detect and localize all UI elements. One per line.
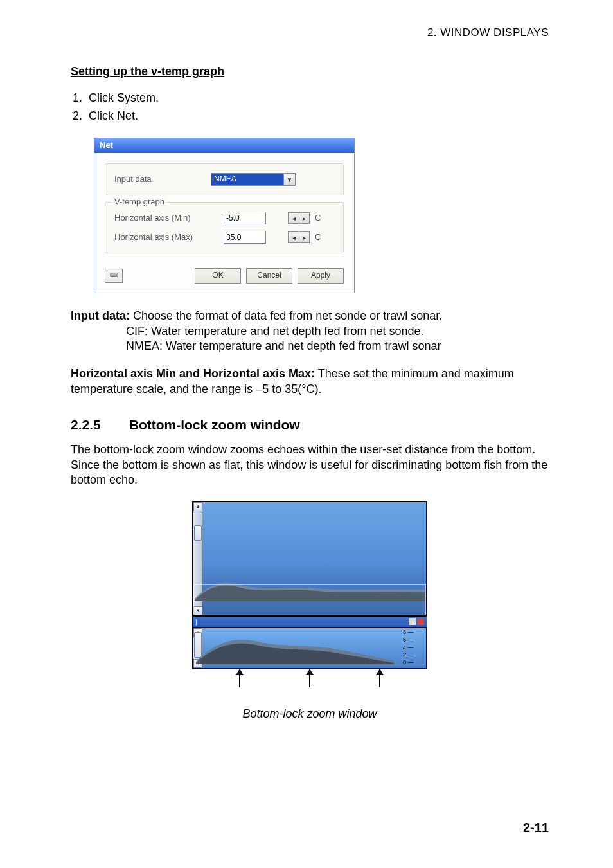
axis-min-label: Horizontal axis (Min) — [114, 213, 224, 224]
input-data-combo[interactable]: NMEA ▼ — [211, 173, 296, 186]
axis-max-spinner[interactable]: ◂ ▸ — [288, 231, 310, 243]
seabed-echo-zoom — [196, 633, 394, 664]
page-number: 2-11 — [523, 819, 549, 836]
unit-label: C — [315, 232, 321, 243]
axis-description: Horizontal axis Min and Horizontal axis … — [71, 366, 549, 397]
list-item: 1. Click System. — [71, 91, 549, 105]
heading-number: 2.2.5 — [71, 416, 101, 433]
step-number: 2. — [71, 109, 82, 123]
figure-caption: Bottom-lock zoom window — [71, 707, 549, 721]
list-item: 2. Click Net. — [71, 109, 549, 123]
main-sonar-view: ▴ ▾ 0 20 40 — [192, 501, 427, 617]
subsection-heading: 2.2.5 Bottom-lock zoom window — [71, 416, 549, 433]
axis-min-spinner[interactable]: ◂ ▸ — [288, 212, 310, 224]
input-data-description: Input data: Choose the format of data fe… — [71, 309, 549, 354]
minimize-icon[interactable] — [409, 618, 416, 625]
zoom-sonar-view: ▴ ▾ 0 2 4 6 8 10 — [192, 627, 427, 669]
vtemp-fieldset: V-temp graph Horizontal axis (Min) ◂ ▸ C… — [105, 202, 344, 253]
window-controls[interactable] — [409, 618, 424, 626]
text: Choose the format of data fed from net s… — [130, 309, 442, 322]
scroll-up-icon[interactable]: ▴ — [193, 502, 202, 511]
arrow-annotations — [192, 669, 427, 687]
close-icon[interactable] — [417, 618, 424, 625]
input-data-label: Input data — [114, 174, 211, 185]
arrow-up-icon — [309, 669, 310, 687]
axis-max-input[interactable] — [224, 231, 266, 244]
tick-label: 6 — [403, 637, 425, 644]
arrow-up-icon — [379, 669, 380, 687]
text: CIF: Water temperature and net depth fed… — [126, 325, 424, 338]
net-dialog: Net Input data NMEA ▼ V-temp graph Horiz… — [94, 138, 355, 293]
dialog-button-row: ⌨ OK Cancel Apply — [94, 261, 354, 293]
arrow-up-icon — [239, 669, 240, 687]
subsection-text: The bottom-lock zoom window zooms echoes… — [71, 442, 549, 487]
zoom-window-titlebar[interactable]: | — [192, 617, 427, 627]
chevron-left-icon[interactable]: ◂ — [289, 213, 299, 223]
step-text: Click Net. — [89, 109, 138, 123]
zoom-depth-scale: 0 2 4 6 8 10 — [403, 629, 425, 667]
cancel-button[interactable]: Cancel — [246, 268, 292, 284]
zoom-title-text: | — [195, 618, 197, 626]
unit-label: C — [315, 213, 321, 224]
dialog-body: Input data NMEA ▼ V-temp graph Horizonta… — [94, 153, 354, 261]
step-text: Click System. — [89, 91, 159, 105]
chevron-left-icon[interactable]: ◂ — [289, 232, 299, 242]
label: Input data: — [71, 309, 130, 322]
combo-value: NMEA — [211, 174, 283, 185]
axis-min-input[interactable] — [224, 212, 266, 224]
text: NMEA: Water temperature and net depth fe… — [126, 339, 441, 352]
tick-label: 2 — [403, 651, 425, 659]
label: Horizontal axis Min and Horizontal axis … — [71, 367, 315, 380]
axis-max-label: Horizontal axis (Max) — [114, 232, 224, 243]
heading-title: Bottom-lock zoom window — [129, 416, 300, 433]
tick-label: 0 — [403, 659, 425, 667]
chevron-right-icon[interactable]: ▸ — [299, 232, 309, 242]
fieldset-legend: V-temp graph — [112, 197, 167, 208]
input-panel: Input data NMEA ▼ — [105, 163, 344, 195]
zoom-range-overlay — [193, 584, 426, 615]
chevron-down-icon[interactable]: ▼ — [283, 174, 295, 185]
ok-button[interactable]: OK — [195, 268, 241, 284]
tick-label: 4 — [403, 644, 425, 652]
chapter-header: 2. WINDOW DISPLAYS — [71, 26, 549, 40]
apply-button[interactable]: Apply — [298, 268, 344, 284]
step-list: 1. Click System. 2. Click Net. — [71, 91, 549, 123]
dialog-titlebar: Net — [94, 138, 354, 153]
chevron-right-icon[interactable]: ▸ — [299, 213, 309, 223]
section-heading: Setting up the v-temp graph — [71, 64, 549, 79]
bottom-lock-figure: ▴ ▾ 0 20 40 | ▴ ▾ — [192, 501, 427, 687]
keyboard-icon[interactable]: ⌨ — [105, 269, 123, 283]
scroll-thumb[interactable] — [194, 525, 202, 541]
tick-label: 8 — [403, 629, 425, 637]
step-number: 1. — [71, 91, 82, 105]
